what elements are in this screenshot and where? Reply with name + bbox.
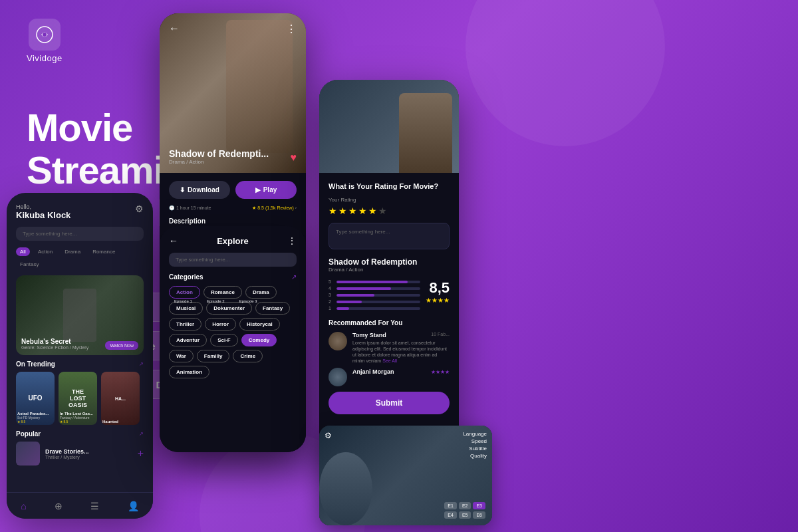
star-5[interactable]: ★ <box>368 205 377 216</box>
star-3[interactable]: ★ <box>348 205 357 216</box>
cat-drama[interactable]: Drama <box>245 286 277 299</box>
cat-horror[interactable]: Horror <box>205 318 236 331</box>
rated-movie-info: Shadow of Redemption Drama / Action <box>329 257 450 273</box>
cat-romance[interactable]: Romance <box>203 286 242 299</box>
nav-search-icon[interactable]: ⊕ <box>55 501 63 511</box>
tab-romance[interactable]: Romance <box>88 247 119 256</box>
cat-action[interactable]: Action <box>169 286 200 299</box>
bar-row-1: 1 <box>329 306 420 311</box>
explore-back-icon[interactable]: ← <box>169 235 178 246</box>
star-1[interactable]: ★ <box>329 205 337 216</box>
ep-opt-4[interactable]: E4 <box>444 511 457 519</box>
trending-link[interactable]: ↗ <box>139 361 144 367</box>
settings-icon[interactable]: ⚙ <box>135 203 144 214</box>
trending-movies: UFO Astral Paradox... Sci-FD Mystery ★ 8… <box>16 372 144 425</box>
ep-opt-1[interactable]: E1 <box>444 502 457 509</box>
featured-movie: Nebula's Secret Genre: Science Fiction /… <box>16 275 144 355</box>
tab-action[interactable]: Action <box>34 247 57 256</box>
label-speed: Speed <box>471 438 487 444</box>
cat-thriller[interactable]: Thriller <box>169 318 201 331</box>
rating-info: ★ 8.5 (1,5k Review) › <box>252 205 297 211</box>
tab-fantasy[interactable]: Fantasy <box>16 260 43 269</box>
nav-bookmark-icon[interactable]: ☰ <box>90 501 99 511</box>
play-icon: ▶ <box>255 186 261 194</box>
cat-scifi[interactable]: Sci-F <box>210 334 238 346</box>
cat-familly[interactable]: Familly <box>197 350 230 362</box>
logo-icon <box>29 19 61 51</box>
explore-title: Explore <box>217 236 249 246</box>
watch-now-button[interactable]: Watch Now <box>105 341 138 350</box>
download-icon: ⬇ <box>180 186 185 194</box>
nav-home-icon[interactable]: ⌂ <box>21 501 26 511</box>
cat-dokumenter[interactable]: Dokumenter <box>206 302 252 315</box>
cat-historical[interactable]: Historycal <box>239 318 280 331</box>
favorite-icon[interactable]: ♥ <box>291 152 297 164</box>
popular-thumb <box>16 442 40 466</box>
explore-more-icon[interactable]: ⋮ <box>287 235 297 246</box>
reviewer-name-1: Tomy Stand <box>352 332 386 338</box>
popular-link[interactable]: ↗ <box>139 431 144 437</box>
rating-question: What is Your Rating For Movie? <box>329 182 450 190</box>
cat-comedy[interactable]: Comedy <box>241 334 277 346</box>
tab-all[interactable]: All <box>16 247 30 256</box>
popular-movie-item[interactable]: Drave Stories... Thriller / Mystery + <box>16 442 144 466</box>
bar-row-4: 4 <box>329 286 420 291</box>
cat-fantasy[interactable]: Fantasy <box>255 302 290 315</box>
cat-adventur[interactable]: Adventur <box>169 334 207 346</box>
rating-hero <box>319 80 459 173</box>
back-icon[interactable]: ← <box>169 23 180 35</box>
ep-opt-3[interactable]: E3 <box>473 502 485 509</box>
popular-title: Popular <box>16 430 41 438</box>
video-person-silhouette <box>319 452 372 525</box>
cat-crime[interactable]: Crime <box>233 350 263 362</box>
nav-profile-icon[interactable]: 👤 <box>128 501 139 511</box>
categories-arrow-icon: ↗ <box>291 273 297 281</box>
star-4[interactable]: ★ <box>358 205 367 216</box>
explore-search[interactable]: Type something here... <box>169 253 297 267</box>
score-value: 8,5 <box>426 279 450 297</box>
explore-header: ← Explore ⋮ <box>160 226 306 253</box>
svg-point-1 <box>43 33 47 37</box>
trending-card-2[interactable]: THELOSTOASIS In The Lost Oas... Fantasy … <box>59 372 97 425</box>
star-2[interactable]: ★ <box>338 205 347 216</box>
cat-animation[interactable]: Animation <box>169 366 209 378</box>
video-settings: ⚙ <box>325 431 332 440</box>
star-6[interactable]: ★ <box>378 205 387 216</box>
bar-row-5: 5 <box>329 279 420 284</box>
trending-card-1[interactable]: UFO Astral Paradox... Sci-FD Mystery ★ 8… <box>16 372 55 425</box>
more-icon[interactable]: ⋮ <box>286 23 297 35</box>
submit-button[interactable]: Submit <box>329 392 450 414</box>
user-name: Kikuba Klock <box>16 210 70 220</box>
ep-opt-2[interactable]: E2 <box>459 502 471 509</box>
home-search[interactable]: Type something here... <box>16 227 144 241</box>
ep-opt-6[interactable]: E6 <box>473 511 485 519</box>
score-display: 8,5 ★★★★ <box>426 279 450 304</box>
genre-tabs: All Action Drama Romance Fantasy <box>16 247 144 269</box>
review-2: Anjani Morgan ★★★★ <box>329 368 450 386</box>
download-button[interactable]: ⬇ Download <box>169 181 230 199</box>
description-title: Description <box>169 217 297 225</box>
phone-video-player: ⚙ Language Speed Subtitle Quality E1 E2 … <box>319 426 492 525</box>
play-button[interactable]: ▶ Play <box>235 181 297 199</box>
review-stars-2: ★★★★ <box>431 369 450 375</box>
review-text-area[interactable]: Type something here... <box>329 223 450 249</box>
phone-explore: ← Explore ⋮ Type something here... Categ… <box>160 226 306 452</box>
see-all-review[interactable]: See All <box>382 358 397 363</box>
phone-home-screen: Hello, Kikuba Klock ⚙ Type something her… <box>7 193 153 519</box>
video-screen: ⚙ Language Speed Subtitle Quality E1 E2 … <box>319 426 492 525</box>
tab-drama[interactable]: Drama <box>61 247 84 256</box>
video-gear-icon[interactable]: ⚙ <box>325 431 332 440</box>
cat-war[interactable]: War <box>169 350 194 362</box>
popular-add-icon[interactable]: + <box>138 448 144 460</box>
cat-musical[interactable]: Musical <box>169 302 203 315</box>
review-date-1: 10 Fab... <box>431 332 450 338</box>
movie-action-buttons: ⬇ Download ▶ Play <box>169 181 297 199</box>
brand-name: Vividoge <box>27 53 63 63</box>
ep-opt-5[interactable]: E5 <box>459 511 471 519</box>
duration: 🕐 1 hour 15 minute <box>169 205 211 211</box>
movie-genre: Drama / Action <box>169 159 273 165</box>
trending-card-3[interactable]: HA... Haunted <box>101 372 140 425</box>
star-rating[interactable]: ★ ★ ★ ★ ★ ★ <box>329 205 450 216</box>
label-quality: Quality <box>470 453 487 459</box>
trending-section-header: On Trending ↗ <box>16 360 144 368</box>
